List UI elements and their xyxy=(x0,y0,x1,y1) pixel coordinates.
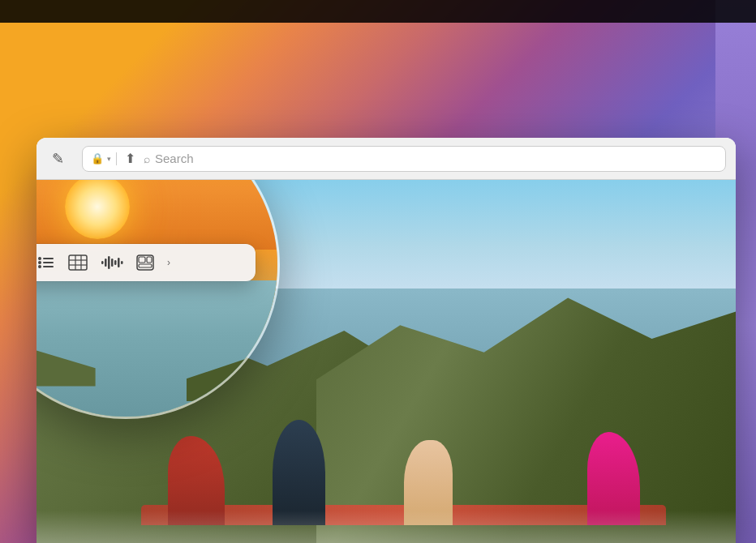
magnify-circle: Aa xyxy=(37,180,280,419)
browser-window: ✎ 🔒 ▾ ⬆ ⌕ Search xyxy=(37,138,736,543)
toolbar-left: ✎ xyxy=(46,148,69,170)
table-icon xyxy=(68,254,88,271)
svg-rect-17 xyxy=(121,261,123,264)
sun xyxy=(65,180,130,239)
table-button[interactable] xyxy=(68,254,88,271)
svg-rect-16 xyxy=(118,258,120,267)
share-button[interactable]: ⬆ xyxy=(122,151,139,166)
person-2 xyxy=(273,420,325,525)
svg-rect-12 xyxy=(105,259,107,267)
svg-rect-20 xyxy=(147,257,152,263)
browser-content: Aa xyxy=(37,180,736,543)
audio-button[interactable] xyxy=(101,254,123,271)
search-icon: ⌕ xyxy=(144,152,150,165)
toolbar-popup: Aa xyxy=(37,244,256,281)
magnify-interior xyxy=(37,180,277,417)
lock-icon: 🔒 xyxy=(91,152,104,165)
list-icon xyxy=(37,254,55,271)
svg-rect-11 xyxy=(101,261,104,264)
svg-rect-5 xyxy=(43,266,54,267)
search-placeholder: Search xyxy=(155,152,194,165)
svg-point-4 xyxy=(38,265,41,268)
browser-toolbar: ✎ 🔒 ▾ ⬆ ⌕ Search xyxy=(37,138,736,180)
address-bar[interactable]: 🔒 ▾ ⬆ ⌕ Search xyxy=(82,146,726,172)
media-icon xyxy=(136,254,154,271)
menu-bar xyxy=(0,0,756,23)
svg-point-0 xyxy=(38,257,41,260)
search-area[interactable]: ⌕ Search xyxy=(144,152,717,165)
svg-point-2 xyxy=(38,261,41,264)
media-button[interactable] xyxy=(136,254,154,271)
address-divider xyxy=(116,152,117,165)
more-button[interactable]: › xyxy=(167,257,170,268)
svg-rect-15 xyxy=(114,260,117,265)
person-1 xyxy=(168,436,225,525)
svg-rect-13 xyxy=(108,256,110,269)
svg-rect-6 xyxy=(69,255,87,270)
lock-button[interactable]: 🔒 ▾ xyxy=(91,152,111,165)
person-4 xyxy=(587,432,640,525)
svg-rect-19 xyxy=(139,257,145,263)
svg-rect-21 xyxy=(139,264,152,267)
share-icon: ⬆ xyxy=(125,152,135,165)
list-button[interactable] xyxy=(37,254,55,271)
edit-button[interactable]: ✎ xyxy=(46,148,69,170)
toolbar-center: 🔒 ▾ ⬆ ⌕ Search xyxy=(82,146,726,172)
svg-rect-1 xyxy=(43,258,54,259)
lock-chevron-icon: ▾ xyxy=(107,155,111,163)
svg-rect-3 xyxy=(43,262,54,263)
person-3 xyxy=(404,440,453,525)
edit-icon: ✎ xyxy=(52,150,64,168)
svg-rect-14 xyxy=(111,259,114,267)
waveform-icon xyxy=(101,254,123,271)
